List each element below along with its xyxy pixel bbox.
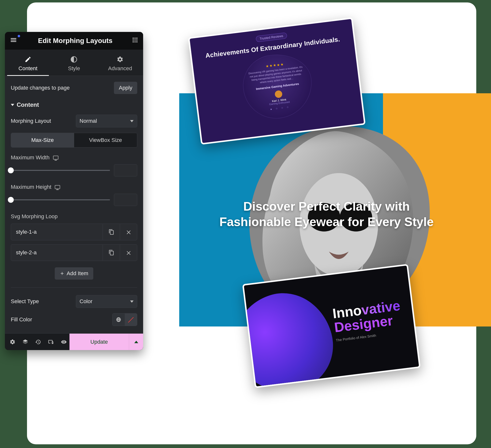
add-item-button[interactable]: Add Item (55, 267, 93, 280)
chevron-down-icon (130, 300, 134, 303)
responsive-icon[interactable] (47, 339, 55, 345)
contrast-icon (70, 56, 77, 63)
color-picker-icon[interactable] (125, 313, 137, 326)
select-type-value: Color (80, 298, 93, 305)
section-content-label: Content (17, 101, 39, 108)
review-morph-shape: ★★★★★ Discovering VR gaming has been a r… (239, 51, 315, 122)
copy-icon[interactable] (103, 245, 120, 260)
pill-trusted-reviews: Trusted Reviews (256, 32, 287, 42)
star-rating-icon: ★★★★★ (265, 62, 284, 68)
update-dropdown[interactable] (129, 334, 143, 350)
preview-icon[interactable] (60, 339, 68, 345)
copy-icon[interactable] (103, 224, 120, 240)
tab-style[interactable]: Style (51, 53, 97, 76)
svg-point-8 (133, 40, 134, 41)
svg-loop-label: Svg Morphing Loop (11, 213, 137, 220)
chevron-down-icon (130, 120, 134, 122)
max-height-slider[interactable] (11, 199, 110, 200)
section-content-toggle[interactable]: Content (11, 101, 137, 108)
preview-designer-card: Innovative Designer The Portfolio of Ale… (242, 264, 421, 388)
editor-panel: Edit Morphing Layouts Content Style Adva… (5, 32, 143, 350)
size-toggle-group: Max-Size ViewBox Size (11, 133, 137, 148)
select-type-label: Select Type (11, 298, 39, 305)
loop-item-1-name: style-1-a (11, 224, 103, 240)
loop-item-2[interactable]: style-2-a (11, 244, 137, 261)
update-button[interactable]: Update (69, 334, 129, 350)
svg-point-7 (136, 38, 137, 39)
fill-color-control (112, 313, 137, 326)
plus-icon (60, 271, 65, 276)
chevron-up-icon (134, 341, 138, 343)
carousel-dots-icon: ● ○ ○ ○ (270, 105, 290, 111)
preview-review-card: Trusted Reviews Achievements Of Extraord… (188, 17, 366, 145)
select-type-select[interactable]: Color (76, 295, 137, 308)
morphing-layout-value: Normal (80, 118, 97, 124)
fill-color-label: Fill Color (11, 316, 32, 323)
editor-tabs: Content Style Advanced (5, 50, 143, 76)
layers-icon[interactable] (21, 339, 29, 345)
max-width-input[interactable] (114, 164, 137, 176)
loop-item-1[interactable]: style-1-a (11, 224, 137, 240)
avatar (274, 90, 282, 98)
close-icon[interactable] (120, 245, 137, 260)
toggle-viewbox-size[interactable]: ViewBox Size (74, 133, 137, 147)
max-width-slider[interactable] (11, 170, 110, 171)
history-icon[interactable] (34, 339, 42, 345)
menu-icon[interactable] (10, 36, 19, 45)
morphing-layout-select[interactable]: Normal (76, 115, 137, 127)
max-height-input[interactable] (114, 194, 137, 206)
panel-footer: Update (5, 333, 143, 350)
globe-icon[interactable] (112, 313, 125, 326)
desktop-icon[interactable] (53, 156, 58, 160)
max-width-label: Maximum Width (11, 154, 50, 161)
tab-advanced-label: Advanced (108, 65, 132, 72)
panel-header: Edit Morphing Layouts (5, 32, 143, 50)
svg-point-11 (133, 41, 134, 42)
tab-advanced[interactable]: Advanced (97, 53, 143, 76)
max-height-label: Maximum Height (11, 184, 51, 190)
add-item-label: Add Item (67, 270, 88, 277)
svg-point-6 (135, 38, 136, 39)
tab-content-label: Content (18, 65, 37, 72)
morphing-layout-label: Morphing Layout (11, 118, 51, 124)
svg-point-10 (136, 40, 137, 41)
svg-point-9 (135, 40, 136, 41)
svg-point-5 (133, 38, 134, 39)
svg-point-12 (135, 41, 136, 42)
loop-item-2-name: style-2-a (11, 244, 103, 261)
caret-down-icon (11, 104, 14, 106)
toggle-max-size[interactable]: Max-Size (11, 133, 74, 147)
apply-button[interactable]: Apply (114, 82, 137, 94)
svg-point-13 (136, 41, 137, 42)
update-changes-label: Update changes to page (11, 85, 70, 91)
settings-icon[interactable] (8, 339, 17, 345)
tab-content[interactable]: Content (5, 53, 51, 76)
pencil-icon (25, 56, 31, 63)
gear-icon (117, 56, 123, 63)
desktop-icon[interactable] (55, 185, 60, 189)
divider (11, 287, 137, 288)
designer-blob (242, 283, 343, 388)
close-icon[interactable] (120, 224, 137, 240)
apps-icon[interactable] (132, 37, 138, 45)
hero-heading: Discover Perfect Clarity with Fashionabl… (214, 199, 439, 230)
page-title: Edit Morphing Layouts (38, 37, 112, 45)
tab-style-label: Style (68, 65, 80, 72)
